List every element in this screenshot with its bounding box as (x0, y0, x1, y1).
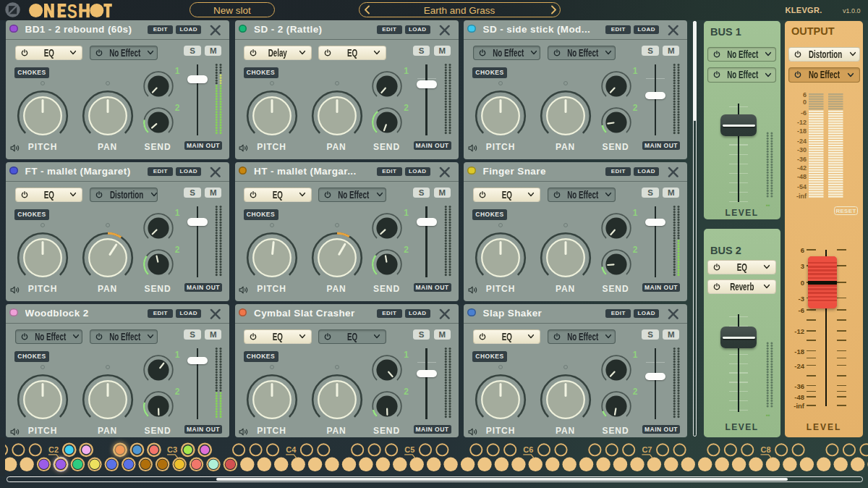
svg-text:C6: C6 (523, 445, 533, 454)
svg-text:C4: C4 (286, 445, 297, 454)
svg-text:C2: C2 (48, 445, 59, 454)
svg-text:S: S (67, 2, 77, 20)
svg-text:C3: C3 (167, 445, 177, 454)
svg-text:C8: C8 (761, 445, 771, 454)
svg-text:C5: C5 (404, 445, 414, 454)
svg-text:C7: C7 (642, 445, 652, 454)
